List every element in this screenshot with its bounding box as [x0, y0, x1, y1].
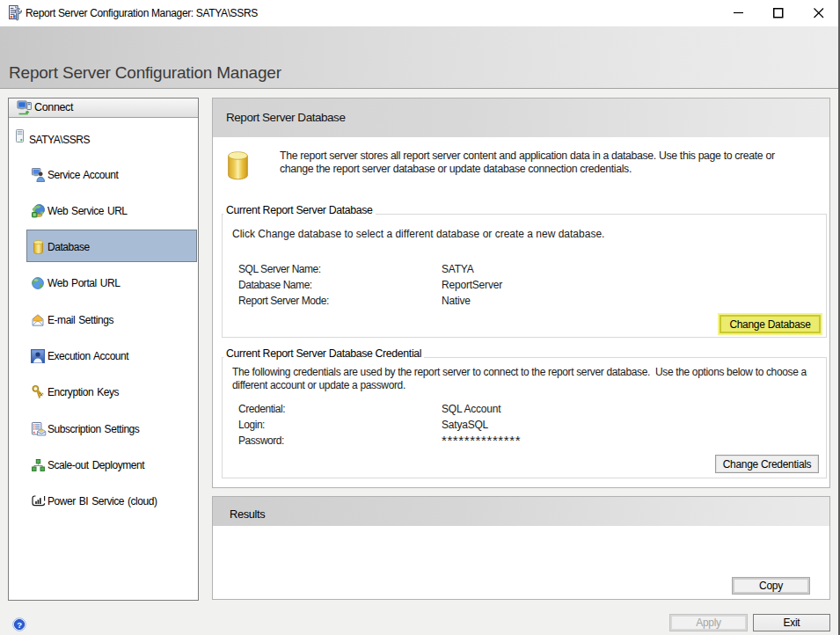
svg-text:?: ? — [17, 620, 22, 630]
